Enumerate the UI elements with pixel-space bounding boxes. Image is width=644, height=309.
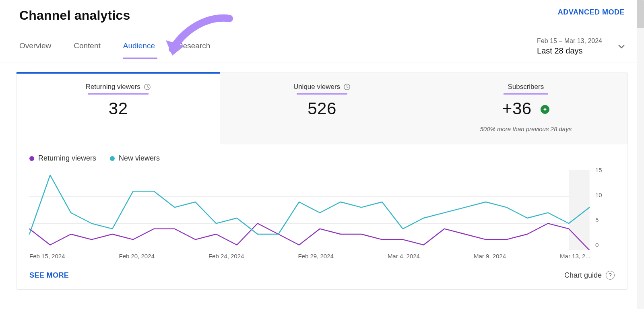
x-tick: Feb 29, 2024	[298, 253, 333, 260]
legend-label: Returning viewers	[38, 154, 96, 163]
date-range-preset: Last 28 days	[537, 46, 602, 56]
chart-legend: Returning viewers New viewers	[17, 144, 627, 166]
tab-research[interactable]: Research	[178, 41, 210, 58]
scrollbar-thumb[interactable]	[637, 0, 644, 28]
legend-new[interactable]: New viewers	[110, 154, 160, 163]
see-more-button[interactable]: SEE MORE	[29, 271, 69, 280]
x-tick: Feb 20, 2024	[119, 253, 154, 260]
metric-value: 526	[230, 99, 414, 118]
scrollbar-track[interactable]	[637, 0, 644, 309]
metric-value: +36	[434, 99, 618, 118]
chart-x-axis: Feb 15, 2024Feb 20, 2024Feb 24, 2024Feb …	[29, 250, 615, 260]
chart-area: 151050 Feb 15, 2024Feb 20, 2024Feb 24, 2…	[17, 166, 627, 264]
x-tick: Mar 9, 2024	[474, 253, 506, 260]
advanced-mode-button[interactable]: ADVANCED MODE	[558, 8, 625, 16]
metric-delta-note: 500% more than previous 28 days	[434, 126, 618, 132]
legend-returning[interactable]: Returning viewers	[29, 154, 96, 163]
annotation-underline	[88, 93, 149, 95]
annotation-underline	[123, 58, 157, 59]
date-range-picker[interactable]: Feb 15 – Mar 13, 2024 Last 28 days	[537, 37, 625, 62]
date-range-text: Feb 15 – Mar 13, 2024	[537, 37, 602, 45]
clock-icon	[144, 83, 151, 91]
tab-audience[interactable]: Audience	[123, 41, 155, 58]
metric-tabs: Returning viewers 32 Unique viewers 526 …	[17, 72, 627, 144]
metric-subscribers[interactable]: Subscribers +36 500% more than previous …	[424, 72, 627, 144]
chart-guide: Chart guide ?	[564, 271, 615, 280]
y-tick: 0	[595, 241, 599, 248]
annotation-underline	[504, 93, 548, 95]
chevron-down-icon	[618, 43, 625, 50]
tab-overview[interactable]: Overview	[19, 41, 51, 58]
page-title: Channel analytics	[19, 8, 130, 23]
analytics-tabs: Overview Content Audience Research	[19, 41, 210, 58]
chart-y-axis: 151050	[595, 170, 615, 251]
metrics-panel: Returning viewers 32 Unique viewers 526 …	[16, 72, 628, 290]
y-tick: 5	[595, 216, 599, 223]
legend-dot-icon	[29, 156, 34, 161]
metric-value: 32	[26, 99, 210, 118]
annotation-underline	[297, 93, 347, 95]
x-tick: Mar 4, 2024	[388, 253, 420, 260]
tab-content[interactable]: Content	[74, 41, 101, 58]
metric-label: Returning viewers	[86, 83, 140, 91]
x-tick: Feb 24, 2024	[208, 253, 244, 260]
line-chart	[29, 170, 615, 250]
metric-returning-viewers[interactable]: Returning viewers 32	[17, 72, 220, 144]
help-icon[interactable]: ?	[606, 271, 615, 280]
svg-rect-2	[545, 109, 545, 111]
chart-guide-label: Chart guide	[564, 271, 602, 280]
legend-label: New viewers	[119, 154, 160, 163]
clock-icon	[343, 83, 351, 91]
metric-unique-viewers[interactable]: Unique viewers 526	[220, 72, 423, 144]
legend-dot-icon	[110, 156, 115, 161]
y-tick: 15	[595, 167, 602, 173]
x-tick: Feb 15, 2024	[29, 253, 65, 260]
metric-label: Subscribers	[508, 83, 544, 91]
metric-label: Unique viewers	[293, 83, 340, 91]
trend-up-icon	[541, 105, 549, 114]
tab-audience-label: Audience	[123, 41, 155, 50]
x-tick: Mar 13, 2...	[560, 253, 590, 260]
y-tick: 10	[595, 192, 602, 198]
